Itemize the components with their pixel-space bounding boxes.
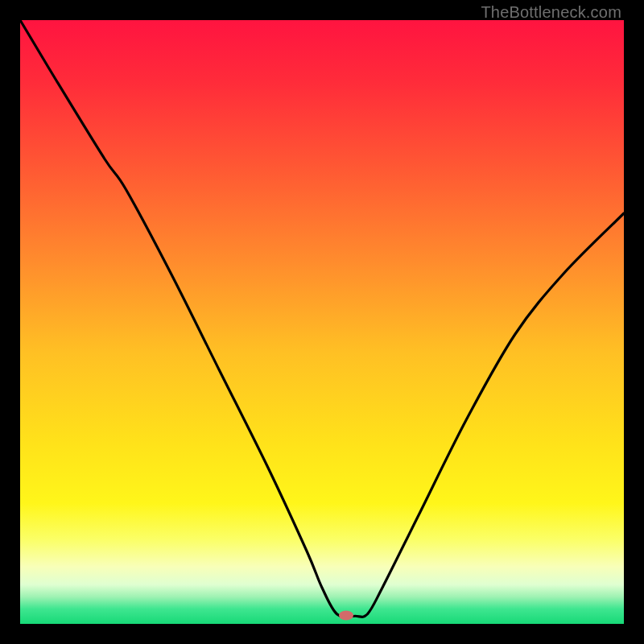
gradient-background (20, 20, 624, 624)
plot-area (20, 20, 624, 624)
chart-frame: TheBottleneck.com (0, 0, 644, 644)
watermark-text: TheBottleneck.com (481, 3, 621, 22)
bottleneck-chart (20, 20, 624, 624)
optimum-marker (339, 611, 353, 621)
